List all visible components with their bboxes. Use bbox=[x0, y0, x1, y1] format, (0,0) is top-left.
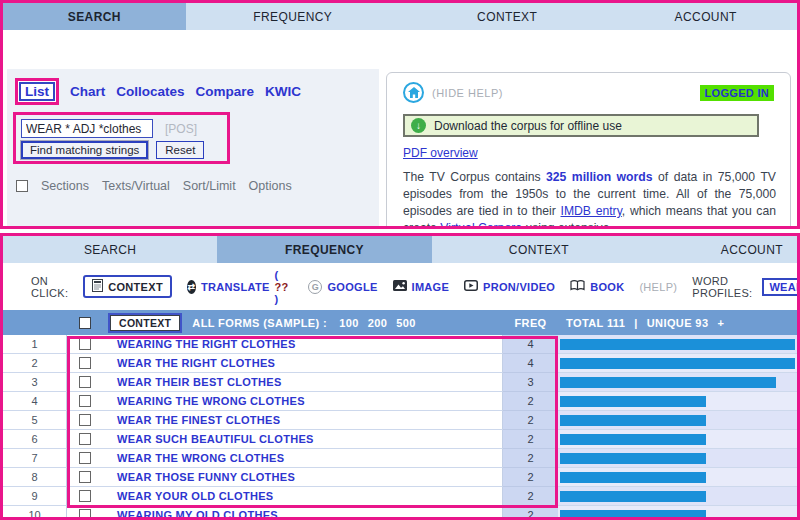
row-bar-cell bbox=[558, 335, 797, 354]
search-area-highlight: [POS] Find matching strings Reset bbox=[13, 112, 230, 164]
pdf-overview-link[interactable]: PDF overview bbox=[403, 146, 478, 160]
row-phrase-link[interactable]: WEAR YOUR OLD CLOTHES bbox=[103, 487, 503, 506]
hide-help-link[interactable]: (HIDE HELP) bbox=[432, 87, 503, 99]
header-context-button[interactable]: CONTEXT bbox=[110, 315, 180, 331]
pos-selector[interactable]: [POS] bbox=[165, 122, 197, 136]
table-row: 5WEAR THE FINEST CLOTHES2 bbox=[3, 411, 797, 430]
image-link[interactable]: IMAGE bbox=[393, 280, 450, 293]
row-phrase-link[interactable]: WEAR THOSE FUNNY CLOTHES bbox=[103, 468, 503, 487]
reset-button[interactable]: Reset bbox=[156, 141, 204, 159]
mode-collocates[interactable]: Collocates bbox=[116, 84, 184, 99]
book-link[interactable]: BOOK bbox=[570, 280, 624, 293]
row-checkbox-cell bbox=[67, 335, 103, 354]
row-checkbox[interactable] bbox=[79, 490, 91, 502]
row-bar-cell bbox=[558, 430, 797, 449]
find-matching-strings-button[interactable]: Find matching strings bbox=[21, 141, 148, 159]
select-all-checkbox[interactable] bbox=[79, 317, 91, 329]
row-checkbox[interactable] bbox=[79, 376, 91, 388]
row-checkbox-cell bbox=[67, 411, 103, 430]
row-bar-cell bbox=[558, 487, 797, 506]
row-number: 5 bbox=[3, 411, 67, 430]
freq-bar bbox=[560, 510, 706, 520]
tab-search[interactable]: SEARCH bbox=[3, 3, 186, 30]
row-checkbox[interactable] bbox=[79, 471, 91, 483]
row-phrase-link[interactable]: WEAR THEIR BEST CLOTHES bbox=[103, 373, 503, 392]
search-input[interactable] bbox=[21, 119, 153, 138]
unique-count-label: UNIQUE 93 bbox=[647, 317, 709, 329]
translate-hint-close: ) bbox=[275, 293, 279, 305]
context-button-label: CONTEXT bbox=[108, 281, 163, 293]
pron-video-link[interactable]: PRON/VIDEO bbox=[464, 280, 555, 293]
sample-100-link[interactable]: 100 bbox=[339, 317, 359, 329]
row-checkbox[interactable] bbox=[79, 414, 91, 426]
row-freq-value: 2 bbox=[503, 411, 558, 430]
tab-account[interactable]: ACCOUNT bbox=[614, 3, 797, 30]
tab-context[interactable]: CONTEXT bbox=[432, 236, 646, 263]
mode-kwic[interactable]: KWIC bbox=[265, 84, 301, 99]
tab-account[interactable]: ACCOUNT bbox=[646, 236, 797, 263]
download-banner[interactable]: ↓ Download the corpus for offline use bbox=[403, 114, 759, 137]
row-checkbox[interactable] bbox=[79, 395, 91, 407]
translate-link[interactable]: ⇄ TRANSLATE ( ?? ) bbox=[187, 269, 294, 305]
search-panel: SEARCH FREQUENCY CONTEXT ACCOUNT List Ch… bbox=[0, 0, 800, 229]
help-link[interactable]: (HELP) bbox=[639, 281, 677, 293]
paragraph-text: The TV Corpus contains bbox=[403, 170, 546, 184]
row-phrase-link[interactable]: WEARING THE WRONG CLOTHES bbox=[103, 392, 503, 411]
mode-compare[interactable]: Compare bbox=[196, 84, 255, 99]
row-phrase-link[interactable]: WEAR THE FINEST CLOTHES bbox=[103, 411, 503, 430]
row-checkbox[interactable] bbox=[79, 452, 91, 464]
row-checkbox[interactable] bbox=[79, 433, 91, 445]
row-phrase-link[interactable]: WEARING THE RIGHT CLOTHES bbox=[103, 335, 503, 354]
row-bar-cell bbox=[558, 506, 797, 520]
row-checkbox[interactable] bbox=[79, 509, 91, 520]
option-sort-limit[interactable]: Sort/Limit bbox=[183, 179, 236, 193]
total-count-label: TOTAL 111 bbox=[566, 317, 625, 329]
table-row: 7WEAR THE WRONG CLOTHES2 bbox=[3, 449, 797, 468]
sections-checkbox[interactable] bbox=[16, 180, 28, 192]
paragraph-link[interactable]: IMDB entry bbox=[561, 204, 622, 218]
expand-plus-button[interactable]: + bbox=[717, 317, 724, 329]
row-phrase-link[interactable]: WEAR SUCH BEAUTIFUL CLOTHES bbox=[103, 430, 503, 449]
mode-list[interactable]: List bbox=[19, 82, 55, 101]
row-number: 10 bbox=[3, 506, 67, 520]
row-freq-value: 2 bbox=[503, 487, 558, 506]
paragraph-link[interactable]: Virtual Corpora bbox=[440, 221, 522, 229]
bottom-tabbar: SEARCH FREQUENCY CONTEXT ACCOUNT bbox=[3, 236, 797, 263]
row-freq-value: 3 bbox=[503, 373, 558, 392]
row-checkbox-cell bbox=[67, 468, 103, 487]
tab-frequency[interactable]: FREQUENCY bbox=[186, 3, 400, 30]
home-icon[interactable] bbox=[403, 82, 424, 103]
row-checkbox[interactable] bbox=[79, 357, 91, 369]
row-phrase-link[interactable]: WEAR THE WRONG CLOTHES bbox=[103, 449, 503, 468]
option-sections[interactable]: Sections bbox=[41, 179, 89, 193]
mode-chart[interactable]: Chart bbox=[70, 84, 105, 99]
option-options[interactable]: Options bbox=[249, 179, 292, 193]
row-number: 4 bbox=[3, 392, 67, 411]
row-freq-value: 2 bbox=[503, 449, 558, 468]
sample-500-link[interactable]: 500 bbox=[396, 317, 416, 329]
corpus-description: The TV Corpus contains 325 million words… bbox=[403, 169, 776, 229]
image-icon bbox=[393, 280, 407, 293]
freq-column-header[interactable]: FREQ bbox=[503, 317, 558, 329]
sample-200-link[interactable]: 200 bbox=[368, 317, 388, 329]
translate-hint[interactable]: ?? bbox=[275, 281, 289, 293]
table-row: 1WEARING THE RIGHT CLOTHES4 bbox=[3, 335, 797, 354]
logged-in-badge: LOGGED IN bbox=[700, 85, 774, 101]
row-phrase-link[interactable]: WEAR THE RIGHT CLOTHES bbox=[103, 354, 503, 373]
frequency-panel: SEARCH FREQUENCY CONTEXT ACCOUNT ON CLIC… bbox=[0, 233, 800, 520]
table-row: 2WEAR THE RIGHT CLOTHES4 bbox=[3, 354, 797, 373]
context-button[interactable]: CONTEXT bbox=[83, 275, 172, 298]
tab-context[interactable]: CONTEXT bbox=[400, 3, 614, 30]
row-bar-cell bbox=[558, 373, 797, 392]
tab-frequency[interactable]: FREQUENCY bbox=[217, 236, 431, 263]
word-profile-wear[interactable]: WEAR bbox=[762, 278, 800, 296]
tab-search[interactable]: SEARCH bbox=[3, 236, 217, 263]
row-checkbox-cell bbox=[67, 506, 103, 520]
row-checkbox[interactable] bbox=[79, 338, 91, 350]
freq-bar bbox=[560, 453, 706, 464]
row-freq-value: 2 bbox=[503, 430, 558, 449]
google-link[interactable]: G GOOGLE bbox=[308, 280, 377, 294]
row-phrase-link[interactable]: WEARING MY OLD CLOTHES bbox=[103, 506, 503, 520]
display-mode-links: List Chart Collocates Compare KWIC bbox=[15, 78, 301, 105]
option-texts-virtual[interactable]: Texts/Virtual bbox=[102, 179, 170, 193]
